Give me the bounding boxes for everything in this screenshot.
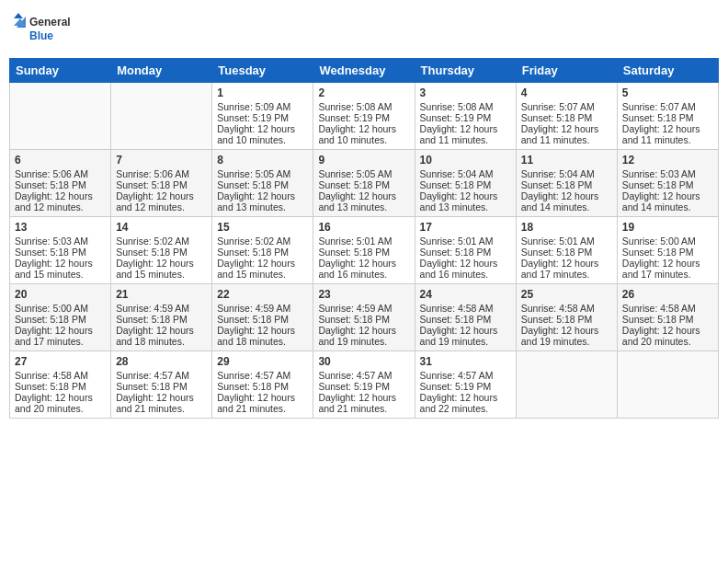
- calendar-cell: 2Sunrise: 5:08 AMSunset: 5:19 PMDaylight…: [313, 83, 415, 150]
- day-info: Sunrise: 5:09 AM: [217, 101, 308, 112]
- day-number: 6: [15, 154, 106, 167]
- day-info: Daylight: 12 hours and 11 minutes.: [521, 123, 612, 145]
- day-info: Sunset: 5:19 PM: [420, 112, 511, 123]
- calendar-cell: 5Sunrise: 5:07 AMSunset: 5:18 PMDaylight…: [617, 83, 718, 150]
- calendar-header-row: SundayMondayTuesdayWednesdayThursdayFrid…: [10, 59, 719, 83]
- calendar-cell: 16Sunrise: 5:01 AMSunset: 5:18 PMDayligh…: [313, 217, 415, 284]
- day-number: 28: [116, 355, 207, 368]
- day-info: Sunrise: 4:59 AM: [116, 303, 207, 314]
- day-number: 19: [622, 221, 713, 234]
- day-info: Daylight: 12 hours and 14 minutes.: [521, 190, 612, 213]
- day-info: Sunset: 5:18 PM: [318, 314, 409, 325]
- calendar-cell: 26Sunrise: 4:58 AMSunset: 5:18 PMDayligh…: [617, 284, 718, 351]
- day-info: Sunrise: 5:04 AM: [420, 168, 511, 179]
- calendar-cell: 12Sunrise: 5:03 AMSunset: 5:18 PMDayligh…: [617, 150, 718, 217]
- day-info: Sunset: 5:19 PM: [318, 112, 409, 123]
- day-info: Daylight: 12 hours and 18 minutes.: [116, 325, 207, 347]
- day-info: Sunset: 5:18 PM: [318, 179, 409, 190]
- day-info: Sunrise: 5:01 AM: [318, 236, 409, 247]
- day-info: Sunrise: 5:06 AM: [15, 168, 106, 179]
- calendar-cell: 17Sunrise: 5:01 AMSunset: 5:18 PMDayligh…: [415, 217, 516, 284]
- day-info: Sunset: 5:18 PM: [116, 381, 207, 392]
- day-number: 1: [217, 86, 308, 99]
- calendar-cell: 21Sunrise: 4:59 AMSunset: 5:18 PMDayligh…: [111, 284, 212, 351]
- day-info: Sunrise: 4:58 AM: [622, 303, 713, 314]
- day-info: Daylight: 12 hours and 12 minutes.: [15, 190, 106, 213]
- calendar-cell: [10, 83, 111, 150]
- day-info: Sunrise: 5:03 AM: [15, 236, 106, 247]
- calendar-cell: 25Sunrise: 4:58 AMSunset: 5:18 PMDayligh…: [516, 284, 617, 351]
- day-info: Sunrise: 5:05 AM: [318, 168, 409, 179]
- day-info: Daylight: 12 hours and 10 minutes.: [318, 123, 409, 145]
- day-number: 17: [420, 221, 511, 234]
- day-info: Sunrise: 4:57 AM: [420, 370, 511, 381]
- day-header-monday: Monday: [111, 59, 212, 83]
- svg-text:Blue: Blue: [29, 29, 53, 42]
- calendar-cell: 13Sunrise: 5:03 AMSunset: 5:18 PMDayligh…: [10, 217, 111, 284]
- calendar-cell: [516, 351, 617, 419]
- day-info: Sunset: 5:18 PM: [622, 179, 713, 190]
- day-info: Sunrise: 5:07 AM: [622, 101, 713, 112]
- calendar-cell: [617, 351, 718, 419]
- day-info: Daylight: 12 hours and 10 minutes.: [217, 123, 308, 145]
- day-info: Daylight: 12 hours and 13 minutes.: [420, 190, 511, 213]
- day-info: Daylight: 12 hours and 15 minutes.: [15, 258, 106, 280]
- day-number: 12: [622, 154, 713, 167]
- day-info: Sunset: 5:18 PM: [521, 179, 612, 190]
- day-info: Daylight: 12 hours and 15 minutes.: [116, 258, 207, 280]
- day-number: 29: [217, 355, 308, 368]
- day-info: Daylight: 12 hours and 21 minutes.: [217, 392, 308, 414]
- day-info: Sunrise: 5:04 AM: [521, 168, 612, 179]
- day-header-thursday: Thursday: [415, 59, 516, 83]
- day-info: Sunset: 5:18 PM: [521, 112, 612, 123]
- day-info: Daylight: 12 hours and 18 minutes.: [217, 325, 308, 347]
- day-info: Sunrise: 5:08 AM: [318, 101, 409, 112]
- calendar-cell: 28Sunrise: 4:57 AMSunset: 5:18 PMDayligh…: [111, 351, 212, 419]
- day-info: Daylight: 12 hours and 13 minutes.: [217, 190, 308, 213]
- day-info: Daylight: 12 hours and 19 minutes.: [318, 325, 409, 347]
- day-info: Daylight: 12 hours and 19 minutes.: [521, 325, 612, 347]
- day-info: Daylight: 12 hours and 13 minutes.: [318, 190, 409, 213]
- calendar-cell: 29Sunrise: 4:57 AMSunset: 5:18 PMDayligh…: [212, 351, 313, 419]
- page-header: General Blue: [9, 9, 719, 51]
- calendar-cell: 18Sunrise: 5:01 AMSunset: 5:18 PMDayligh…: [516, 217, 617, 284]
- day-info: Sunrise: 5:07 AM: [521, 101, 612, 112]
- day-info: Daylight: 12 hours and 11 minutes.: [420, 123, 511, 145]
- day-info: Sunset: 5:18 PM: [318, 247, 409, 258]
- day-info: Sunset: 5:18 PM: [622, 112, 713, 123]
- day-info: Sunrise: 4:58 AM: [15, 370, 106, 381]
- day-info: Sunrise: 4:57 AM: [116, 370, 207, 381]
- day-info: Sunrise: 4:57 AM: [217, 370, 308, 381]
- day-number: 11: [521, 154, 612, 167]
- day-info: Sunrise: 4:58 AM: [420, 303, 511, 314]
- day-header-wednesday: Wednesday: [313, 59, 415, 83]
- day-number: 8: [217, 154, 308, 167]
- day-number: 14: [116, 221, 207, 234]
- day-info: Daylight: 12 hours and 21 minutes.: [318, 392, 409, 414]
- day-number: 13: [15, 221, 106, 234]
- calendar-cell: 9Sunrise: 5:05 AMSunset: 5:18 PMDaylight…: [313, 150, 415, 217]
- day-info: Sunset: 5:19 PM: [420, 381, 511, 392]
- day-number: 3: [420, 86, 511, 99]
- day-info: Sunset: 5:19 PM: [217, 112, 308, 123]
- day-info: Sunset: 5:18 PM: [217, 179, 308, 190]
- day-number: 9: [318, 154, 409, 167]
- calendar-week-4: 20Sunrise: 5:00 AMSunset: 5:18 PMDayligh…: [10, 284, 719, 351]
- day-info: Sunrise: 4:57 AM: [318, 370, 409, 381]
- day-info: Sunset: 5:18 PM: [521, 247, 612, 258]
- svg-marker-4: [14, 13, 23, 18]
- day-info: Sunset: 5:18 PM: [116, 247, 207, 258]
- day-info: Sunrise: 5:00 AM: [15, 303, 106, 314]
- day-number: 26: [622, 288, 713, 301]
- day-info: Daylight: 12 hours and 14 minutes.: [622, 190, 713, 213]
- day-number: 18: [521, 221, 612, 234]
- calendar-cell: 1Sunrise: 5:09 AMSunset: 5:19 PMDaylight…: [212, 83, 313, 150]
- day-number: 2: [318, 86, 409, 99]
- day-info: Sunset: 5:18 PM: [521, 314, 612, 325]
- day-info: Daylight: 12 hours and 15 minutes.: [217, 258, 308, 280]
- calendar-cell: 3Sunrise: 5:08 AMSunset: 5:19 PMDaylight…: [415, 83, 516, 150]
- day-info: Sunset: 5:18 PM: [15, 381, 106, 392]
- day-info: Daylight: 12 hours and 20 minutes.: [15, 392, 106, 414]
- day-number: 21: [116, 288, 207, 301]
- day-number: 10: [420, 154, 511, 167]
